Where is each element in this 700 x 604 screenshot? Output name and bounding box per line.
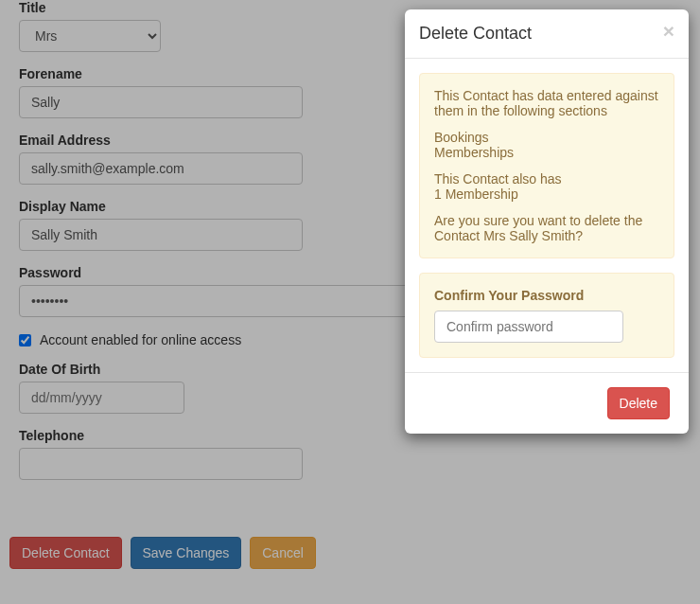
- modal-header: Delete Contact ×: [405, 9, 689, 59]
- warning-sections: Bookings Memberships: [434, 130, 659, 160]
- modal-title: Delete Contact: [419, 24, 674, 44]
- modal-delete-button[interactable]: Delete: [607, 387, 670, 419]
- confirm-password-label: Confirm Your Password: [434, 288, 659, 303]
- warning-also: This Contact also has 1 Membership: [434, 171, 659, 202]
- warning-confirm: Are you sure you want to delete the Cont…: [434, 213, 659, 243]
- confirm-password-box: Confirm Your Password: [419, 273, 674, 358]
- warning-intro: This Contact has data entered against th…: [434, 88, 659, 118]
- warning-alert: This Contact has data entered against th…: [419, 73, 674, 258]
- confirm-password-input[interactable]: [434, 311, 623, 343]
- delete-contact-modal: Delete Contact × This Contact has data e…: [405, 9, 689, 434]
- close-icon[interactable]: ×: [663, 21, 674, 41]
- modal-body: This Contact has data entered against th…: [405, 59, 689, 372]
- modal-footer: Delete: [405, 372, 689, 434]
